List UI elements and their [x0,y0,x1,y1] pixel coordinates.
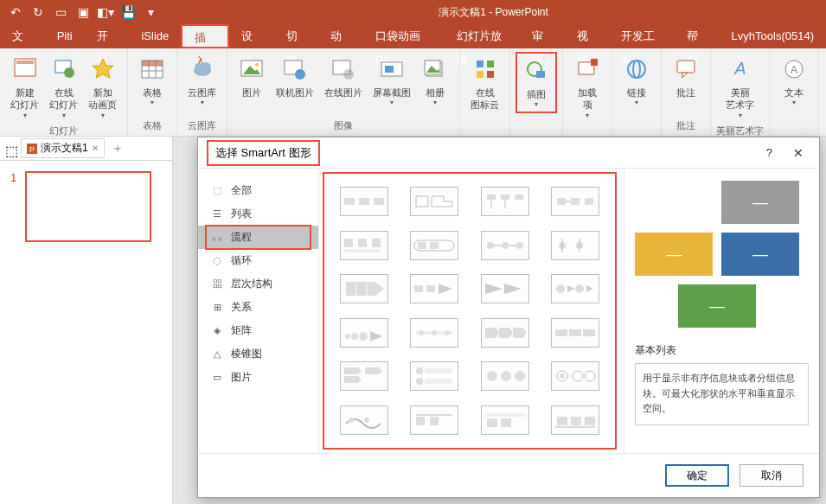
layout-item[interactable] [410,361,458,391]
screenshot-icon [378,55,406,83]
table-button[interactable]: 表格 ▾ [133,52,171,110]
link-button[interactable]: 链接 ▾ [618,52,656,110]
layout-item[interactable] [551,231,599,260]
tab-slideshow[interactable]: 幻灯片放映 [445,24,520,48]
slide-thumbnail-1[interactable]: 1 [10,171,162,242]
online-picture-button[interactable]: 联机图片 [271,52,319,102]
category-hierarchy[interactable]: 㗊层次结构 [198,272,318,296]
preview-tile: — [635,181,713,224]
svg-rect-56 [358,239,367,247]
tab-file[interactable]: 文件 [0,24,45,48]
layout-item[interactable] [410,405,458,435]
tab-pocket[interactable]: 口袋动画 PA [363,24,445,48]
qa-icon-2[interactable]: ▣ [73,2,93,22]
add-tab-button[interactable]: ＋ [112,141,124,156]
layout-item[interactable] [551,361,599,391]
category-all[interactable]: ⬚全部 [198,179,318,202]
chevron-down-icon: ▾ [23,112,27,119]
layout-item[interactable] [410,187,458,216]
presentation-tab[interactable]: P 演示文稿1 ✕ [21,138,105,158]
tab-view[interactable]: 视图 [565,24,610,48]
layout-item[interactable] [340,318,388,348]
layout-item[interactable] [481,274,529,303]
svg-marker-97 [344,367,362,374]
qa-icon-1[interactable]: ▭ [50,2,71,22]
online-slide-button[interactable]: 在线 幻灯片 ▾ [44,52,83,123]
preview-tiles: — — — — — [635,181,809,328]
tab-help[interactable]: 帮助 [675,24,720,48]
tab-islide[interactable]: iSlide [129,24,181,48]
online-iconcloud-button[interactable]: 在线 图标云 [465,52,504,115]
group-label-table: 表格 [143,118,162,134]
preview-tile: — [678,284,756,328]
cancel-button[interactable]: 取消 [740,464,804,487]
web-picture-button[interactable]: 在线图片 [319,52,368,102]
text-button[interactable]: A 文本 ▾ [775,52,813,110]
close-tab-icon[interactable]: ✕ [92,144,99,153]
insert-shape-button[interactable]: 插图 ▾ [515,52,557,113]
album-icon [421,55,449,83]
tab-developer[interactable]: 开发工具 [609,24,674,48]
svg-rect-26 [477,61,483,67]
tab-animation[interactable]: 动画 [318,24,363,48]
tab-review[interactable]: 审阅 [520,24,565,48]
layout-item[interactable] [340,405,388,435]
picture-button[interactable]: 图片 [233,52,271,102]
tab-transition[interactable]: 切换 [274,24,319,48]
new-anim-button[interactable]: 新加 动画页 ▾ [83,52,122,123]
qa-icon-3[interactable]: ◧▾ [95,2,116,22]
screenshot-button[interactable]: 屏幕截图 ▾ [368,52,416,110]
tab-piti[interactable]: Piti [45,24,85,48]
redo-button[interactable]: ↻ [28,2,48,22]
album-button[interactable]: 相册 ▾ [416,52,454,110]
layout-item[interactable] [340,187,388,216]
layout-item[interactable] [340,231,388,260]
category-list[interactable]: ☰列表 [198,202,318,226]
layout-item[interactable] [551,405,599,435]
svg-rect-116 [485,413,525,417]
comment-button[interactable]: 批注 [667,52,705,102]
category-matrix[interactable]: ◈矩阵 [198,319,318,342]
table-icon [138,55,166,83]
online-picture-icon [281,55,309,83]
layout-item[interactable] [340,361,388,391]
cloud-gallery-button[interactable]: 云图库 ▾ [182,52,221,110]
svg-rect-121 [585,417,595,425]
layout-item[interactable] [551,318,599,348]
help-button[interactable]: ? [759,143,779,163]
preview-panel: — — — — — 基本列表 用于显示非有序信息块或者分组信息块。可最大化形状的… [624,169,819,453]
category-relation[interactable]: ⊞关系 [198,296,318,319]
layout-item[interactable] [410,231,458,260]
tab-design[interactable]: 设计 [229,24,274,48]
addin-button[interactable]: 加载 项 ▾ [568,52,606,123]
dialog-titlebar: 选择 SmartArt 图形 ? ✕ [198,137,819,169]
category-cycle[interactable]: ◌循环 [198,249,318,272]
layout-item[interactable] [410,318,458,348]
ok-button[interactable]: 确定 [665,464,729,487]
account-label[interactable]: LvyhTools(0514) [720,24,826,48]
svg-marker-99 [365,367,382,374]
layout-item[interactable] [551,187,599,216]
layout-item[interactable] [551,274,599,303]
wordart-button[interactable]: A 美丽 艺术字 ▾ [720,52,759,123]
category-pyramid[interactable]: △棱锥图 [198,342,318,366]
tab-insert[interactable]: 插入 [181,24,229,48]
undo-button[interactable]: ↶ [5,2,26,22]
new-slide-button[interactable]: 新建 幻灯片 ▾ [5,52,44,123]
layout-item[interactable] [481,187,529,216]
layout-item[interactable] [481,318,529,348]
layout-item[interactable] [481,361,529,391]
layout-item[interactable] [481,231,529,260]
category-process[interactable]: ⬨⬨流程 [198,226,318,249]
category-picture[interactable]: ▭图片 [198,366,318,389]
layout-item[interactable] [481,405,529,435]
save-button[interactable]: 💾 [118,2,138,22]
layout-item[interactable] [340,274,388,303]
layout-item[interactable] [410,274,458,303]
svg-rect-115 [430,417,439,425]
tab-start[interactable]: 开始 [85,24,130,48]
list-icon: ☰ [210,207,224,221]
nav-icon[interactable]: ⬚ [5,143,17,155]
close-button[interactable]: ✕ [786,143,810,163]
qa-more-button[interactable]: ▾ [140,2,161,22]
